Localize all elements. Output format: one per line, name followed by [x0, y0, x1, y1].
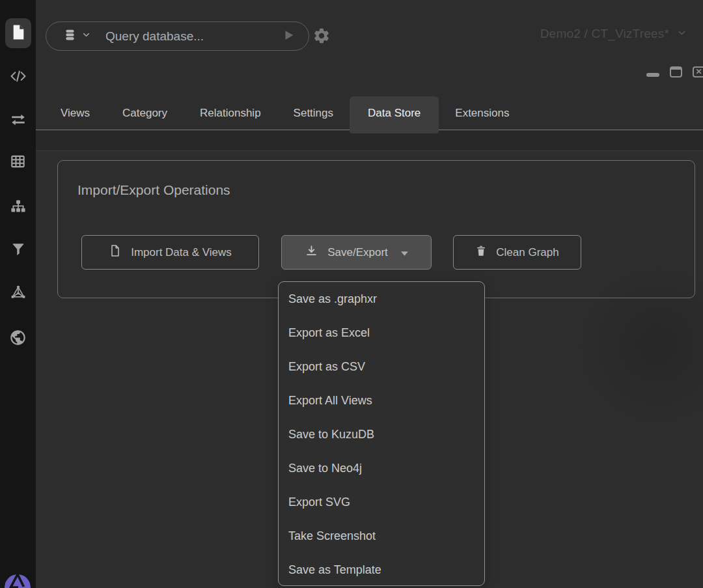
file-icon [109, 244, 122, 261]
save-export-button-label: Save/Export [327, 246, 388, 259]
clean-graph-button-label: Clean Graph [496, 246, 558, 259]
sidebar-item-hierarchy[interactable] [0, 192, 36, 221]
save-export-menu: Save as .graphxr Export as Excel Export … [278, 281, 485, 586]
close-icon[interactable]: ✕ [693, 66, 703, 77]
run-query-icon[interactable] [281, 28, 296, 45]
filter-icon [10, 241, 27, 257]
brand-logo[interactable] [4, 574, 31, 588]
trash-icon [475, 244, 487, 261]
sidebar-item-transform[interactable] [0, 105, 36, 134]
tab-extensions[interactable]: Extensions [439, 96, 525, 130]
tab-settings[interactable]: Settings [277, 96, 350, 130]
code-icon [8, 67, 28, 85]
sidebar-item-code[interactable] [0, 62, 36, 91]
menu-item-export-excel[interactable]: Export as Excel [279, 316, 484, 350]
sidebar-item-filter[interactable] [0, 234, 36, 263]
document-icon [10, 23, 27, 44]
maximize-icon[interactable] [670, 66, 682, 77]
tab-relationship[interactable]: Relationship [184, 96, 277, 130]
hierarchy-icon [9, 198, 27, 216]
panel-title: Import/Export Operations [77, 182, 230, 198]
menu-item-export-csv[interactable]: Export as CSV [279, 350, 484, 384]
import-button-label: Import Data & Views [131, 246, 232, 259]
sidebar-item-network[interactable] [0, 277, 36, 306]
project-chevron-icon [676, 27, 687, 41]
import-data-views-button[interactable]: Import Data & Views [81, 235, 259, 270]
query-bar[interactable] [46, 21, 309, 51]
download-icon [305, 244, 318, 261]
menu-item-save-template[interactable]: Save as Template [279, 553, 484, 586]
window-controls: ✕ [646, 66, 703, 77]
swap-arrows-icon [9, 111, 27, 128]
network-icon [9, 283, 27, 301]
import-export-panel: Import/Export Operations Import Data & V… [57, 160, 695, 298]
app-window: Demo2 / CT_VizTrees* ✕ Views Category Re… [0, 0, 703, 588]
sidebar-item-globe[interactable] [0, 323, 36, 352]
tab-views[interactable]: Views [44, 96, 106, 130]
sidebar [0, 0, 36, 588]
sidebar-item-project[interactable] [5, 18, 31, 48]
table-icon [9, 153, 27, 170]
menu-item-save-kuzudb[interactable]: Save to KuzuDB [279, 417, 484, 451]
sidebar-item-table[interactable] [0, 147, 36, 176]
menu-item-save-graphxr[interactable]: Save as .graphxr [279, 282, 484, 316]
menu-item-save-neo4j[interactable]: Save to Neo4j [279, 451, 484, 485]
project-selector[interactable]: Demo2 / CT_VizTrees* [540, 27, 687, 41]
globe-icon [9, 329, 27, 346]
project-title: Demo2 / CT_VizTrees* [540, 27, 669, 41]
database-icon [63, 28, 77, 44]
menu-item-take-screenshot[interactable]: Take Screenshot [279, 519, 484, 553]
tab-bar: Views Category Relationship Settings Dat… [44, 96, 525, 133]
minimize-icon[interactable] [646, 73, 659, 77]
database-select-chevron-icon[interactable] [81, 30, 91, 42]
clean-graph-button[interactable]: Clean Graph [453, 235, 581, 270]
tab-category[interactable]: Category [106, 96, 184, 130]
menu-item-export-views[interactable]: Export All Views [279, 384, 484, 417]
save-export-button[interactable]: Save/Export [281, 235, 432, 270]
query-input[interactable] [105, 29, 281, 44]
caret-down-icon [401, 246, 408, 259]
gear-icon[interactable] [312, 27, 331, 48]
menu-item-export-svg[interactable]: Export SVG [279, 485, 484, 519]
tab-data-store[interactable]: Data Store [350, 96, 439, 133]
